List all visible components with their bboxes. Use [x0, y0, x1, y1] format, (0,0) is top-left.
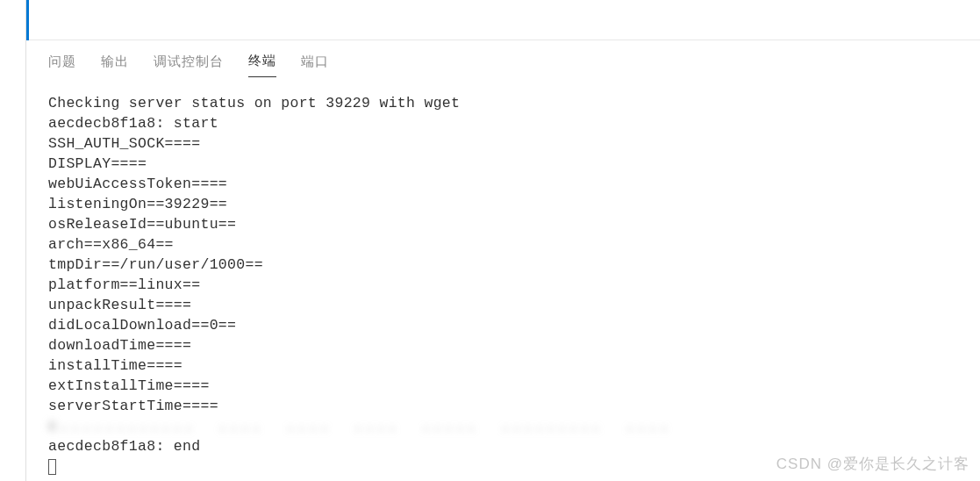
- terminal-line: didLocalDownload==0==: [48, 317, 236, 334]
- tab-terminal[interactable]: 终端: [248, 53, 276, 77]
- terminal-line: extInstallTime====: [48, 377, 210, 394]
- terminal-line: aecdecb8f1a8: end: [48, 438, 200, 455]
- watermark-text: CSDN @爱你是长久之计客: [776, 454, 969, 474]
- terminal-line: DISPLAY====: [48, 155, 147, 172]
- terminal-cursor: [48, 459, 56, 475]
- terminal-line: installTime====: [48, 357, 182, 374]
- terminal-line: listeningOn==39229==: [48, 196, 227, 212]
- terminal-line: osReleaseId==ubuntu==: [48, 216, 236, 233]
- tab-output[interactable]: 输出: [101, 54, 129, 77]
- terminal-line: serverStartTime====: [48, 398, 218, 414]
- panel-area: 问题 输出 调试控制台 终端 端口 Checking server status…: [29, 0, 980, 481]
- terminal-line: Checking server status on port 39229 wit…: [48, 95, 460, 111]
- terminal-line: aecdecb8f1a8: start: [48, 115, 218, 132]
- terminal-line: arch==x86_64==: [48, 236, 174, 253]
- tab-ports[interactable]: 端口: [301, 54, 329, 77]
- tab-problems[interactable]: 问题: [48, 54, 76, 77]
- tab-debug-console[interactable]: 调试控制台: [154, 54, 224, 77]
- terminal-line: tmpDir==/run/user/1000==: [48, 256, 263, 273]
- terminal-line: downloadTime====: [48, 337, 191, 354]
- top-divider: [29, 0, 980, 40]
- left-gutter: [0, 0, 26, 481]
- terminal-line: webUiAccessToken====: [48, 176, 227, 192]
- panel-tabs: 问题 输出 调试控制台 终端 端口: [29, 40, 980, 77]
- terminal-line: unpackResult====: [48, 297, 191, 313]
- terminal-line: platform==linux==: [48, 276, 200, 293]
- terminal-output[interactable]: Checking server status on port 39229 wit…: [29, 77, 980, 477]
- terminal-line: SSH_AUTH_SOCK====: [48, 135, 200, 152]
- terminal-line-redacted: c............ .... .... .... ..... .....…: [48, 418, 671, 434]
